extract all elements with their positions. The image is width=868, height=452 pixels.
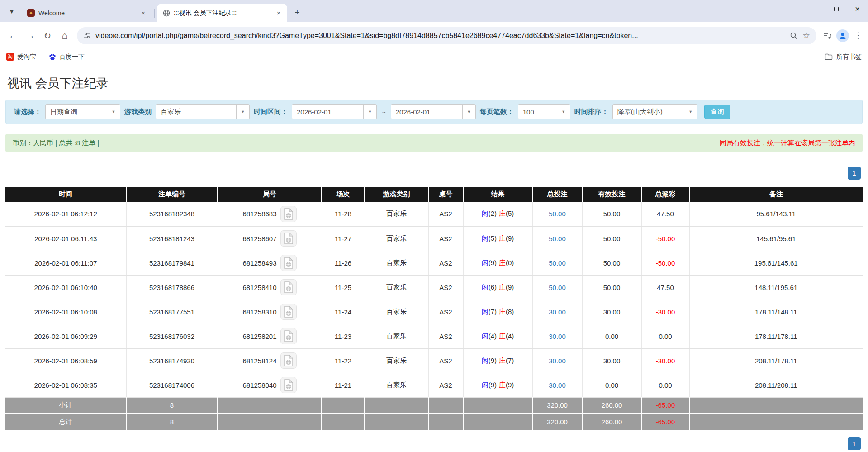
total-bet-link[interactable]: 50.00 bbox=[549, 259, 566, 267]
globe-icon bbox=[162, 9, 170, 17]
cell-table-no: AS2 bbox=[428, 348, 463, 373]
window-maximize-button[interactable] bbox=[825, 0, 847, 18]
chevron-down-icon[interactable]: ▼ bbox=[107, 105, 120, 119]
video-replay-button[interactable] bbox=[280, 377, 297, 393]
site-info-icon[interactable] bbox=[83, 32, 91, 39]
chevron-down-icon[interactable]: ▼ bbox=[236, 105, 249, 119]
video-replay-button[interactable] bbox=[280, 352, 297, 369]
video-replay-button[interactable] bbox=[280, 230, 297, 247]
window-minimize-button[interactable]: — bbox=[804, 0, 825, 18]
total-bet-link[interactable]: 30.00 bbox=[549, 308, 566, 316]
page-size-value: 100 bbox=[518, 105, 557, 119]
window-close-button[interactable]: ✕ bbox=[847, 0, 868, 18]
tab-search-chevron-icon[interactable]: ▼ bbox=[5, 5, 18, 18]
cell-session: 11-25 bbox=[322, 275, 365, 300]
game-type-select[interactable]: 百家乐 ▼ bbox=[156, 104, 250, 119]
tab-bet-records[interactable]: :::视讯 会员下注纪录::: × bbox=[157, 4, 287, 22]
player-score: (7) bbox=[489, 308, 497, 315]
new-tab-button[interactable]: + bbox=[291, 6, 304, 19]
player-score: (4) bbox=[489, 332, 497, 340]
player-score: (9) bbox=[489, 357, 497, 364]
video-replay-button[interactable] bbox=[280, 304, 297, 320]
banker-label: 庄 bbox=[499, 308, 506, 315]
bookmark-star-icon[interactable]: ☆ bbox=[802, 30, 810, 41]
bookmarks-divider bbox=[816, 53, 816, 61]
browser-menu-icon[interactable]: ⋮ bbox=[854, 31, 863, 40]
video-replay-button[interactable] bbox=[280, 206, 297, 222]
bookmark-label: 爱淘宝 bbox=[17, 53, 36, 61]
col-time: 时间 bbox=[5, 187, 126, 202]
bookmark-baidu[interactable]: 百度一下 bbox=[49, 53, 85, 61]
chevron-down-icon[interactable]: ▼ bbox=[557, 105, 570, 119]
cell-time: 2026-02-01 06:09:29 bbox=[5, 324, 126, 348]
media-controls-icon[interactable] bbox=[823, 32, 832, 40]
video-file-icon bbox=[284, 330, 294, 342]
video-replay-button[interactable] bbox=[280, 328, 297, 344]
video-replay-button[interactable] bbox=[280, 255, 297, 271]
total-bet-link[interactable]: 30.00 bbox=[549, 333, 566, 340]
table-row: 2026-02-01 06:11:07 523168179841 6812584… bbox=[5, 251, 863, 275]
back-icon[interactable]: ← bbox=[5, 28, 21, 43]
cell-game-type: 百家乐 bbox=[365, 300, 428, 324]
round-id-text: 681258310 bbox=[242, 308, 276, 316]
query-type-select[interactable]: 日期查询 ▼ bbox=[45, 104, 120, 119]
cell-table-no: AS2 bbox=[428, 226, 463, 251]
cell-time: 2026-02-01 06:12:12 bbox=[5, 202, 126, 226]
player-score: (5) bbox=[489, 234, 497, 242]
cell-time: 2026-02-01 06:08:59 bbox=[5, 348, 126, 373]
video-replay-button[interactable] bbox=[280, 279, 297, 295]
cell-session: 11-24 bbox=[322, 300, 365, 324]
cell-game-type: 百家乐 bbox=[365, 373, 428, 397]
total-bet-link[interactable]: 30.00 bbox=[549, 381, 566, 389]
total-bet-link[interactable]: 50.00 bbox=[549, 210, 566, 218]
sort-order-value: 降幂(由大到小) bbox=[613, 105, 684, 119]
total-bet-link[interactable]: 50.00 bbox=[549, 284, 566, 291]
cell-total-bet: 30.00 bbox=[532, 300, 582, 324]
cell-game-type: 百家乐 bbox=[365, 226, 428, 251]
cell-bet-id: 523168182348 bbox=[126, 202, 218, 226]
total-bet-link[interactable]: 50.00 bbox=[549, 235, 566, 243]
round-id-text: 681258124 bbox=[242, 357, 276, 365]
sort-order-select[interactable]: 降幂(由大到小) ▼ bbox=[612, 104, 697, 119]
subtotal-total-bet: 320.00 bbox=[532, 397, 582, 414]
tab-close-icon[interactable]: × bbox=[275, 9, 283, 17]
total-bet-link[interactable]: 30.00 bbox=[549, 357, 566, 365]
forward-icon[interactable]: → bbox=[23, 28, 38, 43]
all-bookmarks[interactable]: 所有书签 bbox=[816, 53, 862, 61]
cell-game-type: 百家乐 bbox=[365, 251, 428, 275]
page-size-select[interactable]: 100 ▼ bbox=[518, 104, 570, 119]
date-from-select[interactable]: 2026-02-01 ▼ bbox=[292, 104, 377, 119]
reload-icon[interactable]: ↻ bbox=[40, 28, 55, 43]
col-session: 场次 bbox=[322, 187, 365, 202]
cell-total-bet: 50.00 bbox=[532, 275, 582, 300]
zoom-icon[interactable] bbox=[790, 32, 798, 40]
home-icon[interactable]: ⌂ bbox=[57, 28, 72, 43]
address-bar[interactable]: videoie.com/ipl/portal.php/game/betrecor… bbox=[77, 27, 816, 44]
tab-close-icon[interactable]: × bbox=[139, 9, 147, 17]
chevron-down-icon[interactable]: ▼ bbox=[684, 105, 697, 119]
col-round-id: 局号 bbox=[218, 187, 322, 202]
chevron-down-icon[interactable]: ▼ bbox=[363, 105, 376, 119]
chevron-down-icon[interactable]: ▼ bbox=[462, 105, 475, 119]
search-button[interactable]: 查询 bbox=[704, 105, 730, 119]
cell-payout: 0.00 bbox=[641, 324, 689, 348]
profile-avatar[interactable] bbox=[836, 29, 849, 42]
cell-valid-bet: 50.00 bbox=[582, 202, 641, 226]
tab-welcome[interactable]: ♠ Welcome × bbox=[22, 4, 152, 22]
cell-valid-bet: 50.00 bbox=[582, 226, 641, 251]
bookmark-aitaobao[interactable]: 淘 爱淘宝 bbox=[6, 53, 36, 61]
url-text[interactable]: videoie.com/ipl/portal.php/game/betrecor… bbox=[95, 32, 785, 40]
date-range-label: 时间区间： bbox=[254, 108, 288, 116]
filter-panel: 请选择： 日期查询 ▼ 游戏类别 百家乐 ▼ 时间区间： 2026-02-01 … bbox=[5, 100, 863, 124]
cell-table-no: AS2 bbox=[428, 275, 463, 300]
page-1-button[interactable]: 1 bbox=[848, 437, 861, 450]
page-1-button[interactable]: 1 bbox=[848, 167, 861, 180]
date-from-value: 2026-02-01 bbox=[292, 105, 363, 119]
cell-result: 闲(5)庄(9) bbox=[463, 226, 532, 251]
bookmarks-bar: 淘 爱淘宝 百度一下 所有书签 bbox=[0, 49, 868, 65]
cell-payout: -50.00 bbox=[641, 226, 689, 251]
date-to-select[interactable]: 2026-02-01 ▼ bbox=[391, 104, 476, 119]
cell-session: 11-23 bbox=[322, 324, 365, 348]
date-to-value: 2026-02-01 bbox=[391, 105, 462, 119]
player-score: (2) bbox=[489, 209, 497, 217]
